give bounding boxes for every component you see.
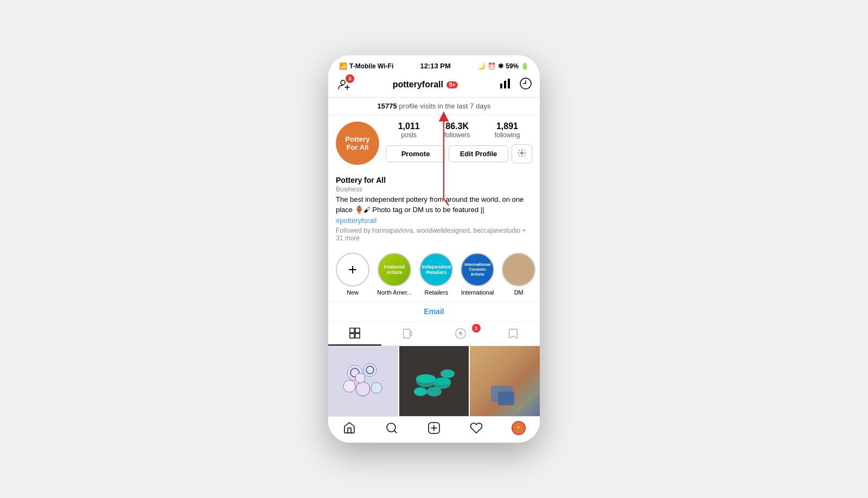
highlight-featured[interactable]: Featured Artists North Amer...: [377, 253, 412, 296]
nav-profile[interactable]: P: [497, 421, 540, 435]
highlight-international-label: International: [461, 289, 494, 296]
profile-header: 3 potteryforall 9+: [328, 72, 540, 98]
nav-home[interactable]: [328, 421, 371, 435]
profile-bio: The best independent pottery from around…: [336, 195, 532, 214]
add-person-badge: 3: [346, 74, 354, 83]
svg-rect-14: [404, 329, 410, 339]
home-icon: [343, 422, 356, 435]
insights-icon: [499, 77, 512, 90]
photo-1[interactable]: [328, 346, 398, 416]
grid-icon: [349, 327, 361, 339]
battery-percent: 59%: [506, 62, 519, 70]
highlight-retailers[interactable]: Independent Retailers Retailers: [419, 253, 453, 296]
followed-by: Followed by hannapavlova, woodwelldesign…: [336, 227, 532, 242]
phone-frame: 📶 T-Mobile Wi-Fi 12:13 PM 🌙 ⏰ ✱ 59% 🔋 3: [328, 55, 540, 442]
svg-rect-13: [355, 334, 360, 338]
visits-banner: 15775 profile visits in the last 7 days: [328, 98, 540, 115]
tagged-icon: [455, 328, 467, 340]
highlight-new-label: New: [347, 289, 359, 296]
highlight-featured-circle: Featured Artists: [378, 253, 411, 286]
add-person-button[interactable]: 3: [336, 76, 352, 93]
svg-point-2: [341, 80, 345, 85]
alarm-icon: ⏰: [488, 62, 496, 70]
bio-section: Pottery for All Business The best indepe…: [328, 176, 540, 247]
highlight-featured-label: North Amer...: [377, 289, 412, 296]
svg-rect-12: [350, 334, 354, 338]
profile-section: Pottery For All 1,011 posts 86.3K follow…: [328, 115, 540, 176]
nav-search[interactable]: [371, 421, 413, 435]
status-bar: 📶 T-Mobile Wi-Fi 12:13 PM 🌙 ⏰ ✱ 59% 🔋: [328, 55, 540, 72]
svg-point-25: [355, 373, 365, 383]
svg-point-27: [416, 374, 436, 383]
photo-1-art: [339, 356, 387, 405]
highlight-retailers-label: Retailers: [425, 289, 448, 296]
bottom-nav: P: [328, 416, 540, 443]
bluetooth-icon: ✱: [498, 62, 503, 70]
content-tab-bar: 1: [328, 322, 540, 346]
profile-top: Pottery For All 1,011 posts 86.3K follow…: [336, 122, 532, 165]
tab-grid[interactable]: [328, 322, 381, 346]
nav-profile-avatar: P: [512, 421, 526, 435]
photo-2[interactable]: [399, 346, 469, 416]
highlights-row: + New Featured Artists North Amer... Ind…: [328, 247, 540, 302]
photo-3[interactable]: [470, 346, 540, 416]
avatar-text: Pottery For All: [346, 135, 370, 152]
svg-point-31: [414, 387, 427, 396]
tab-tagged[interactable]: 1: [434, 322, 487, 346]
posts-label: posts: [401, 131, 417, 139]
svg-point-23: [356, 382, 370, 396]
svg-rect-10: [350, 328, 354, 333]
username-text: potteryforall: [393, 80, 443, 90]
posts-stat[interactable]: 1,011 posts: [398, 122, 420, 139]
followers-stat[interactable]: 86.3K followers: [444, 122, 470, 139]
igtv-icon: [401, 328, 413, 340]
highlight-add-circle: +: [336, 253, 369, 286]
profile-avatar[interactable]: Pottery For All: [336, 122, 379, 165]
battery-icon: 🔋: [521, 62, 529, 70]
email-link[interactable]: Email: [328, 302, 540, 322]
highlight-dm[interactable]: DM: [502, 253, 535, 296]
svg-point-17: [459, 331, 462, 334]
profile-hashtag[interactable]: #potteryforall: [336, 216, 532, 225]
nav-add[interactable]: [413, 421, 455, 435]
following-stat[interactable]: 1,891 following: [495, 122, 520, 139]
highlight-international[interactable]: International Ceramic Artists Internatio…: [461, 253, 494, 296]
stats-row: 1,011 posts 86.3K followers 1,891 follow…: [386, 122, 532, 139]
tab-saved[interactable]: [487, 322, 540, 346]
tab-igtv[interactable]: [381, 322, 435, 346]
saved-icon: [507, 328, 519, 340]
search-icon: [385, 422, 398, 435]
insights-button[interactable]: [499, 77, 512, 92]
profile-name: Pottery for All: [336, 176, 532, 184]
highlight-new[interactable]: + New: [336, 253, 369, 296]
followers-count: 86.3K: [445, 122, 469, 131]
svg-point-32: [441, 369, 455, 378]
svg-point-30: [426, 387, 442, 397]
svg-rect-5: [500, 84, 502, 88]
svg-rect-7: [508, 79, 510, 88]
edit-profile-button[interactable]: Edit Profile: [449, 145, 508, 162]
svg-rect-6: [504, 81, 506, 88]
highlight-retailers-circle: Independent Retailers: [419, 253, 453, 286]
promote-button[interactable]: Promote: [386, 145, 445, 162]
svg-point-29: [433, 378, 451, 385]
highlight-international-circle: International Ceramic Artists: [461, 253, 494, 286]
highlight-dm-circle: [502, 253, 535, 286]
archive-button[interactable]: [519, 77, 532, 92]
time-display: 12:13 PM: [420, 62, 450, 70]
svg-rect-15: [410, 331, 412, 335]
visits-count: 15775: [378, 102, 397, 110]
add-icon: [427, 422, 441, 435]
signal-icon: 📶: [339, 62, 347, 70]
visits-text: profile visits in the last 7 days: [399, 102, 490, 110]
svg-point-20: [363, 363, 376, 376]
highlight-dm-label: DM: [514, 289, 524, 296]
profile-category: Business: [336, 186, 532, 193]
gear-icon: [518, 149, 526, 157]
nav-activity[interactable]: [455, 421, 497, 435]
settings-button[interactable]: [512, 144, 532, 163]
svg-line-34: [394, 430, 397, 432]
svg-rect-11: [355, 328, 360, 333]
svg-point-9: [521, 152, 523, 154]
posts-count: 1,011: [398, 122, 420, 131]
